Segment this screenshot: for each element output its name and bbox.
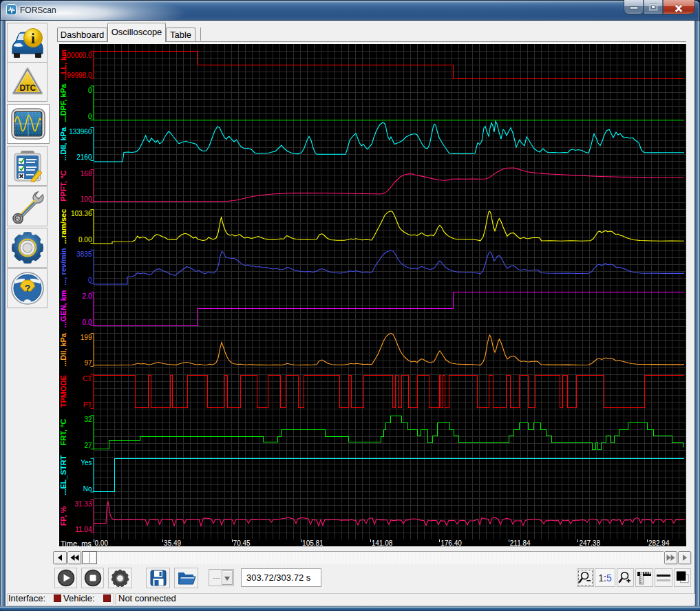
svg-text:2.0: 2.0 [83,292,92,300]
svg-text:...DIl, kPa: ...DIl, kPa [59,127,67,161]
svg-text:CT: CT [83,375,92,383]
svg-text:105.81: 105.81 [302,539,324,546]
svg-text:0.0: 0.0 [83,319,92,326]
svg-text:..., rev/min: ..., rev/min [59,248,67,286]
svg-text:Time, ms: Time, ms [61,539,92,547]
svg-text:27: 27 [84,442,92,449]
svg-text:DTC: DTC [19,83,36,93]
svg-text:133960: 133960 [69,128,92,136]
svg-text:282.94: 282.94 [648,539,670,546]
svg-text:Yes: Yes [81,459,92,467]
svg-text:100: 100 [81,195,92,203]
svg-text:141.08: 141.08 [372,539,393,546]
svg-text:99998.0: 99998.0 [67,72,92,79]
svg-text:2160: 2160 [76,153,92,161]
svg-text:168: 168 [81,170,92,178]
svg-text:FRT, °C: FRT, °C [59,419,67,446]
svg-text:...LL, km: ...LL, km [59,50,67,81]
svg-text:0: 0 [88,113,92,120]
svg-text:TPMODE: TPMODE [59,375,67,407]
svg-text:97: 97 [84,359,92,367]
svg-text:100000.0: 100000.0 [63,52,92,59]
svg-text:176.40: 176.40 [441,539,462,546]
svg-text:...GEN, km: ...GEN, km [59,290,67,328]
svg-text:0.00: 0.00 [95,539,109,546]
svg-text:70.45: 70.45 [233,539,251,546]
svg-text:?: ? [24,283,30,294]
svg-text:...EL_STRT: ...EL_STRT [59,455,67,495]
svg-text:...ram/sec: ...ram/sec [59,209,67,244]
svg-text:FP, %: FP, % [59,506,67,526]
svg-text:No: No [83,485,92,493]
svg-text:...DIl, kPa: ...DIl, kPa [59,332,67,367]
svg-text:247.38: 247.38 [579,539,600,546]
svg-text:0: 0 [88,277,92,284]
svg-text:103.36: 103.36 [71,210,92,217]
svg-text:PPFT, °C: PPFT, °C [59,170,67,201]
svg-text:i: i [31,30,35,47]
svg-text:0.00: 0.00 [78,236,92,244]
svg-text:32: 32 [84,416,92,423]
svg-text:0: 0 [88,87,92,94]
svg-text:3835: 3835 [76,250,92,258]
svg-text:199: 199 [81,334,92,341]
svg-text:...DPF, kPa: ...DPF, kPa [59,83,67,122]
svg-text:31.33: 31.33 [74,500,92,508]
svg-text:211.84: 211.84 [510,539,531,546]
svg-text:35.49: 35.49 [164,539,181,546]
svg-text:PT: PT [83,401,92,409]
svg-text:11.04: 11.04 [75,526,92,533]
